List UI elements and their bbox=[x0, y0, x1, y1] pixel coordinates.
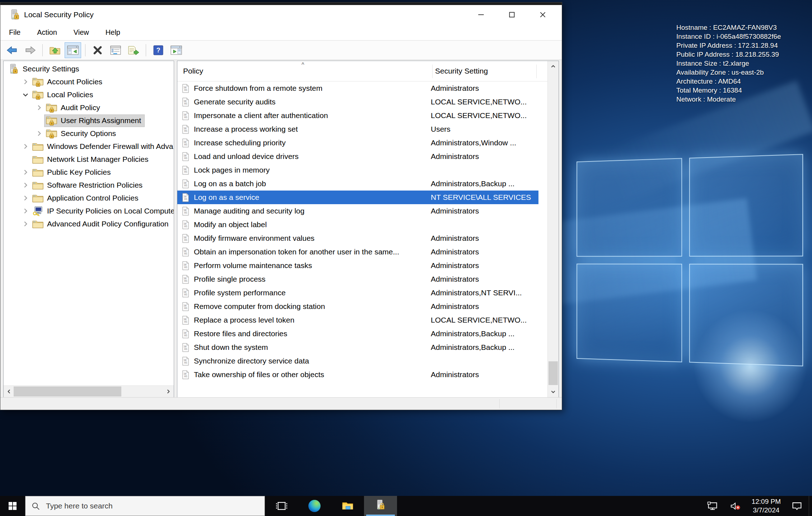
menu-view[interactable]: View bbox=[74, 28, 89, 37]
policy-row-log-on-as-a-service[interactable]: 1001Log on as a serviceNT SERVICE\ALL SE… bbox=[177, 191, 538, 204]
expand-chevron-icon[interactable] bbox=[34, 102, 45, 113]
show-desktop-button[interactable] bbox=[809, 496, 812, 516]
properties-button[interactable] bbox=[107, 42, 124, 58]
taskbar-clock[interactable]: 12:09 PM 3/7/2024 bbox=[752, 497, 781, 515]
policy-row-obtain-an-impersonation-token-for-anothe[interactable]: 1001Obtain an impersonation token for an… bbox=[177, 245, 538, 259]
scroll-down-arrow[interactable] bbox=[548, 386, 559, 397]
network-icon[interactable] bbox=[706, 499, 719, 513]
policy-row-manage-auditing-and-security-log[interactable]: 1001Manage auditing and security logAdmi… bbox=[177, 204, 538, 218]
tree-horizontal-scrollbar[interactable] bbox=[4, 385, 174, 397]
tree-item-software-restriction-policies[interactable]: Software Restriction Policies bbox=[4, 179, 174, 192]
file-explorer-taskbar-button[interactable] bbox=[331, 496, 364, 516]
tree-item-network-list-manager-policies[interactable]: Network List Manager Policies bbox=[4, 153, 174, 166]
tree-selection[interactable]: User Rights Assignment bbox=[45, 115, 144, 127]
policy-row-load-and-unload-device-drivers[interactable]: 1001Load and unload device driversAdmini… bbox=[177, 150, 538, 163]
delete-button[interactable] bbox=[89, 42, 106, 58]
action-center-icon[interactable] bbox=[790, 499, 804, 513]
policy-row-increase-scheduling-priority[interactable]: 1001Increase scheduling priorityAdminist… bbox=[177, 136, 538, 150]
collapse-chevron-icon[interactable] bbox=[20, 89, 31, 100]
list-vertical-scrollbar[interactable] bbox=[547, 61, 559, 397]
up-one-level-button[interactable] bbox=[47, 42, 63, 58]
forward-button[interactable] bbox=[22, 42, 38, 58]
minimize-button[interactable] bbox=[466, 5, 496, 24]
tree-item-content[interactable]: Software Restriction Policies bbox=[31, 179, 146, 191]
policy-row-profile-system-performance[interactable]: 1001Profile system performanceAdministra… bbox=[177, 286, 538, 300]
back-button[interactable] bbox=[4, 42, 20, 58]
taskbar-search[interactable] bbox=[25, 496, 265, 516]
edge-taskbar-button[interactable] bbox=[298, 496, 331, 516]
tree-item-security-settings[interactable]: Security Settings bbox=[4, 62, 174, 75]
tree-item-content[interactable]: Security Options bbox=[45, 128, 119, 140]
expand-chevron-icon[interactable] bbox=[20, 76, 31, 87]
column-divider[interactable] bbox=[432, 65, 433, 78]
close-button[interactable] bbox=[527, 5, 558, 24]
tree-item-public-key-policies[interactable]: Public Key Policies bbox=[4, 166, 174, 179]
volume-muted-icon[interactable] bbox=[729, 499, 742, 513]
search-input[interactable] bbox=[45, 501, 248, 511]
tree-item-application-control-policies[interactable]: Application Control Policies bbox=[4, 192, 174, 205]
tree-item-advanced-audit-policy-configuration[interactable]: Advanced Audit Policy Configuration bbox=[4, 217, 174, 230]
policy-row-remove-computer-from-docking-station[interactable]: 1001Remove computer from docking station… bbox=[177, 300, 538, 313]
scroll-up-arrow[interactable] bbox=[548, 61, 559, 72]
policy-row-force-shutdown-from-a-remote-system[interactable]: 1001Force shutdown from a remote systemA… bbox=[177, 81, 538, 95]
scroll-left-arrow[interactable] bbox=[4, 386, 14, 397]
policy-row-impersonate-a-client-after-authenticatio[interactable]: 1001Impersonate a client after authentic… bbox=[177, 109, 538, 122]
tree-item-content[interactable]: Public Key Policies bbox=[31, 166, 114, 178]
local-security-policy-taskbar-button[interactable] bbox=[364, 496, 397, 516]
policy-row-log-on-as-a-batch-job[interactable]: 1001Log on as a batch jobAdministrators,… bbox=[177, 177, 538, 191]
scrollbar-thumb[interactable] bbox=[549, 361, 558, 385]
tree-item-content[interactable]: Network List Manager Policies bbox=[31, 154, 151, 165]
scroll-right-arrow[interactable] bbox=[163, 386, 174, 397]
tree-item-content[interactable]: Local Policies bbox=[31, 89, 96, 101]
tree-item-security-options[interactable]: Security Options bbox=[4, 127, 174, 140]
column-divider[interactable] bbox=[536, 65, 537, 78]
tree-item-content[interactable]: Advanced Audit Policy Configuration bbox=[31, 218, 172, 230]
tree-item-content[interactable]: Audit Policy bbox=[45, 102, 103, 114]
expand-chevron-icon[interactable] bbox=[20, 167, 31, 178]
title-bar[interactable]: Local Security Policy bbox=[0, 5, 562, 24]
start-button[interactable] bbox=[0, 496, 25, 516]
menu-help[interactable]: Help bbox=[106, 28, 120, 37]
show-action-pane-button[interactable] bbox=[168, 42, 185, 58]
maximize-button[interactable] bbox=[496, 5, 527, 24]
policy-row-modify-firmware-environment-values[interactable]: 1001Modify firmware environment valuesAd… bbox=[177, 231, 538, 245]
policy-row-profile-single-process[interactable]: 1001Profile single processAdministrators bbox=[177, 272, 538, 286]
tree-item-content[interactable]: Application Control Policies bbox=[31, 192, 141, 204]
menu-action[interactable]: Action bbox=[37, 28, 57, 37]
task-view-button[interactable] bbox=[265, 496, 298, 516]
tree-item-user-rights-assignment[interactable]: User Rights Assignment bbox=[4, 114, 174, 127]
show-console-tree-button[interactable] bbox=[65, 42, 81, 58]
tree-item-account-policies[interactable]: Account Policies bbox=[4, 75, 174, 88]
expand-chevron-icon[interactable] bbox=[34, 128, 45, 139]
tree-item-content[interactable]: Account Policies bbox=[31, 76, 106, 88]
policy-row-shut-down-the-system[interactable]: 1001Shut down the systemAdministrators,B… bbox=[177, 341, 538, 354]
menu-file[interactable]: File bbox=[9, 28, 20, 37]
tree-item-windows-defender-firewall-with-adva[interactable]: Windows Defender Firewall with Adva bbox=[4, 140, 174, 153]
policy-row-increase-a-process-working-set[interactable]: 1001Increase a process working setUsers bbox=[177, 122, 538, 136]
tree-item-local-policies[interactable]: Local Policies bbox=[4, 88, 174, 101]
tree-item-content[interactable]: Windows Defender Firewall with Adva bbox=[31, 141, 174, 153]
expand-chevron-icon[interactable] bbox=[20, 219, 31, 229]
help-button[interactable]: ? bbox=[150, 42, 167, 58]
expand-chevron-icon[interactable] bbox=[20, 206, 31, 216]
policy-row-synchronize-directory-service-data[interactable]: 1001Synchronize directory service data bbox=[177, 354, 538, 368]
tree-item-content[interactable]: IP Security Policies on Local Compute bbox=[31, 205, 174, 217]
column-header-policy[interactable]: Policy bbox=[183, 61, 203, 81]
expand-chevron-icon[interactable] bbox=[20, 180, 31, 191]
tree-item-audit-policy[interactable]: Audit Policy bbox=[4, 101, 174, 114]
policy-row-replace-a-process-level-token[interactable]: 1001Replace a process level tokenLOCAL S… bbox=[177, 313, 538, 327]
export-list-button[interactable] bbox=[125, 42, 142, 58]
policy-row-modify-an-object-label[interactable]: 1001Modify an object label bbox=[177, 218, 538, 231]
policy-row-lock-pages-in-memory[interactable]: 1001Lock pages in memory bbox=[177, 163, 538, 177]
policy-row-perform-volume-maintenance-tasks[interactable]: 1001Perform volume maintenance tasksAdmi… bbox=[177, 259, 538, 272]
policy-row-generate-security-audits[interactable]: 1001Generate security auditsLOCAL SERVIC… bbox=[177, 95, 538, 109]
tree-item-ip-security-policies-on-local-compute[interactable]: IP Security Policies on Local Compute bbox=[4, 205, 174, 217]
scrollbar-thumb[interactable] bbox=[14, 386, 121, 397]
expand-chevron-icon[interactable] bbox=[20, 193, 31, 203]
policy-row-restore-files-and-directories[interactable]: 1001Restore files and directoriesAdminis… bbox=[177, 327, 538, 341]
tree-item-label: Public Key Policies bbox=[47, 168, 111, 177]
policy-row-take-ownership-of-files-or-other-objects[interactable]: 1001Take ownership of files or other obj… bbox=[177, 368, 538, 381]
column-header-security-setting[interactable]: Security Setting bbox=[435, 61, 488, 81]
expand-chevron-icon[interactable] bbox=[20, 141, 31, 152]
tree-item-content[interactable]: Security Settings bbox=[6, 63, 83, 75]
